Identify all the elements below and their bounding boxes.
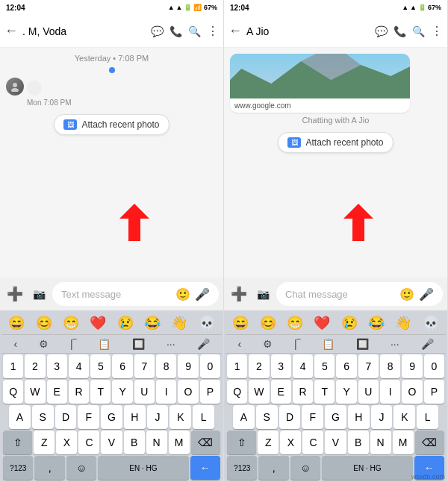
left-tool-cursor[interactable]: |‾ [67,337,79,351]
left-tool-back[interactable]: ‹ [10,337,20,351]
left-more-icon[interactable]: ⋮ [207,24,219,38]
left-enter-key[interactable]: ← [190,456,220,480]
right-key-p[interactable]: P [424,380,444,404]
right-key-o[interactable]: O [402,380,422,404]
left-tool-sticker[interactable]: 🔲 [129,337,148,351]
left-emoji-icon[interactable]: 🙂 [175,287,190,301]
left-shift-key[interactable]: ⇧ [3,431,32,454]
right-key-m[interactable]: M [393,431,414,454]
right-search-icon[interactable]: 🔍 [412,25,425,37]
right-emoji-6[interactable]: 👋 [395,315,411,331]
right-key-t[interactable]: T [314,380,335,404]
right-shift-key[interactable]: ⇧ [227,431,256,454]
right-attach-button[interactable]: 📷 [252,284,273,304]
right-backspace-key[interactable]: ⌫ [415,431,444,454]
right-key-h[interactable]: H [348,405,370,429]
right-space-key[interactable]: EN · HG [322,456,412,480]
right-phone-icon[interactable]: 📞 [393,25,406,37]
right-key-9[interactable]: 9 [402,354,422,378]
left-attach-button[interactable]: 📷 [28,284,49,304]
left-key-z[interactable]: Z [34,431,55,454]
right-key-w[interactable]: W [249,380,269,404]
right-comma-key[interactable]: , [258,456,288,480]
left-emoji-1[interactable]: 😊 [36,315,52,331]
right-key-q[interactable]: Q [227,380,247,404]
left-emoji-3[interactable]: ❤️ [90,315,106,331]
left-key-g[interactable]: G [101,405,122,429]
right-key-s[interactable]: S [256,405,278,429]
left-key-9[interactable]: 9 [178,354,198,378]
left-emoji-key[interactable]: ☺ [66,456,96,480]
left-key-b[interactable]: B [124,431,145,454]
left-key-h[interactable]: H [124,405,146,429]
left-tool-clipboard[interactable]: 📋 [95,337,113,351]
left-chat-icon[interactable]: 💬 [151,25,164,37]
right-emoji-2[interactable]: 😁 [287,315,303,331]
right-key-f[interactable]: F [302,405,323,429]
left-key-o[interactable]: O [178,380,198,404]
left-key-4[interactable]: 4 [69,354,89,378]
left-key-2[interactable]: 2 [25,354,45,378]
left-key-n[interactable]: N [146,431,167,454]
left-tool-mic[interactable]: 🎤 [194,337,213,351]
left-key-5[interactable]: 5 [90,354,111,378]
left-key-0[interactable]: 0 [200,354,220,378]
left-key-y[interactable]: Y [112,380,132,404]
left-key-j[interactable]: J [147,405,169,429]
right-back-button[interactable]: ← [228,23,242,39]
right-key-c[interactable]: C [302,431,323,454]
left-key-s[interactable]: S [32,405,54,429]
left-key-a[interactable]: A [9,405,31,429]
right-emoji-5[interactable]: 😂 [368,315,385,331]
left-key-e[interactable]: E [47,380,67,404]
right-key-4[interactable]: 4 [293,354,313,378]
left-key-t[interactable]: T [90,380,111,404]
left-key-i[interactable]: I [156,380,176,404]
right-key-l[interactable]: L [417,405,438,429]
right-key-u[interactable]: U [358,380,379,404]
left-key-d[interactable]: D [55,405,77,429]
right-key-j[interactable]: J [371,405,393,429]
right-text-input[interactable]: Chat message 🙂 🎤 [276,282,443,306]
right-attach-photo-button[interactable]: 🖼 Attach recent photo [278,132,393,153]
right-num-key[interactable]: ?123 [227,456,257,480]
right-tool-mic[interactable]: 🎤 [418,337,437,351]
right-key-d[interactable]: D [279,405,301,429]
right-key-8[interactable]: 8 [380,354,400,378]
left-key-f[interactable]: F [78,405,99,429]
right-key-x[interactable]: X [280,431,301,454]
right-key-n[interactable]: N [370,431,391,454]
right-emoji-7[interactable]: 💀 [423,315,439,331]
left-emoji-6[interactable]: 👋 [171,315,187,331]
right-key-5[interactable]: 5 [314,354,335,378]
left-emoji-0[interactable]: 😄 [8,315,25,331]
right-chat-icon[interactable]: 💬 [375,25,388,37]
right-key-7[interactable]: 7 [358,354,379,378]
left-tool-dots[interactable]: ··· [164,337,178,351]
right-key-v[interactable]: V [325,431,346,454]
left-key-c[interactable]: C [78,431,99,454]
right-key-y[interactable]: Y [336,380,356,404]
right-key-k[interactable]: K [393,405,415,429]
right-emoji-4[interactable]: 😢 [341,315,358,331]
left-mic-icon[interactable]: 🎤 [195,287,210,301]
left-key-u[interactable]: U [134,380,155,404]
right-emoji-key[interactable]: ☺ [290,456,320,480]
right-add-button[interactable]: ➕ [228,284,249,304]
left-emoji-7[interactable]: 💀 [199,315,215,331]
right-key-3[interactable]: 3 [271,354,291,378]
left-key-6[interactable]: 6 [112,354,132,378]
left-key-7[interactable]: 7 [134,354,155,378]
right-emoji-icon[interactable]: 🙂 [399,287,414,301]
right-tool-clipboard[interactable]: 📋 [319,337,337,351]
left-key-l[interactable]: L [193,405,214,429]
left-emoji-5[interactable]: 😂 [144,315,161,331]
left-key-k[interactable]: K [169,405,191,429]
right-key-1[interactable]: 1 [227,354,247,378]
left-key-q[interactable]: Q [3,380,23,404]
left-tool-settings[interactable]: ⚙ [36,337,52,351]
left-key-r[interactable]: R [69,380,89,404]
left-key-v[interactable]: V [101,431,122,454]
right-key-a[interactable]: A [233,405,255,429]
left-key-1[interactable]: 1 [3,354,23,378]
